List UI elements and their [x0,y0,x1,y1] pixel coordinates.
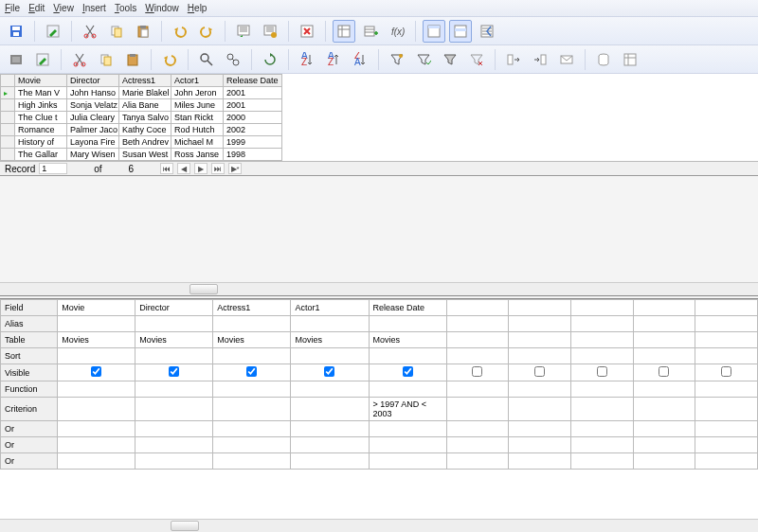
design-view-toggle[interactable] [333,20,355,43]
design-cell[interactable] [58,364,135,381]
design-cell[interactable] [633,437,695,453]
explorer-button[interactable] [619,48,641,71]
menu-file[interactable]: File [5,3,20,13]
sort-asc-button[interactable]: AZ [322,48,345,71]
design-cell[interactable] [695,332,758,348]
row-selector[interactable] [1,149,15,161]
design-cell[interactable] [213,364,291,381]
design-cell[interactable]: Movies [369,332,446,348]
design-cell[interactable] [58,398,135,421]
design-cell[interactable] [633,316,695,332]
design-cell[interactable] [135,453,213,470]
result-cell[interactable]: Palmer Jaco [67,124,119,136]
result-cell[interactable]: Kathy Coce [119,124,171,136]
design-cell[interactable] [135,398,213,421]
clear-query-button[interactable] [259,20,281,43]
apply-filter-button[interactable] [412,48,435,71]
design-cell[interactable] [695,300,758,316]
column-header[interactable]: Actor1 [171,75,224,87]
design-cell[interactable] [291,381,369,398]
design-cell[interactable] [695,316,758,332]
design-cell[interactable] [509,332,571,348]
design-cell[interactable] [695,453,758,470]
design-cell[interactable] [633,348,695,364]
mail-merge-button[interactable] [555,48,578,71]
design-cell[interactable] [58,316,135,332]
result-cell[interactable]: 2000 [224,112,282,124]
design-cell[interactable] [291,316,369,332]
visible-checkbox[interactable] [246,366,257,377]
result-cell[interactable]: 2001 [224,87,282,99]
design-cell[interactable] [369,316,446,332]
result-cell[interactable]: 1999 [224,136,282,149]
edit-button[interactable] [42,20,64,43]
design-cell[interactable] [135,421,213,437]
design-cell[interactable] [213,348,291,364]
design-cell[interactable] [570,453,633,470]
paste-2-button[interactable] [121,48,144,71]
design-cell[interactable] [570,437,633,453]
design-cell[interactable] [509,300,571,316]
menu-edit[interactable]: Edit [28,3,45,13]
visible-checkbox[interactable] [91,366,101,377]
design-cell[interactable] [509,453,571,470]
column-header[interactable]: Release Date [224,75,282,87]
design-cell[interactable] [446,348,509,364]
column-header[interactable]: Movie [15,75,67,87]
result-cell[interactable]: High Jinks [15,99,67,112]
menu-insert[interactable]: Insert [82,3,106,13]
visible-checkbox[interactable] [403,366,413,377]
design-cell[interactable] [509,348,571,364]
undo-2-button[interactable] [158,48,181,71]
design-cell[interactable] [291,453,369,470]
copy-button[interactable] [105,20,128,43]
copy-2-button[interactable] [95,48,117,71]
menu-help[interactable]: Help [188,3,208,13]
result-cell[interactable]: The Clue t [15,112,67,124]
design-cell[interactable] [695,398,758,421]
design-cell[interactable]: Movies [58,332,135,348]
design-cell[interactable] [369,421,446,437]
design-cell[interactable] [570,421,633,437]
design-cell[interactable] [570,381,633,398]
design-cell[interactable] [58,381,135,398]
design-cell[interactable] [509,364,571,381]
design-cell[interactable]: Movies [213,332,291,348]
design-cell[interactable] [58,348,135,364]
visible-checkbox[interactable] [597,366,607,377]
data-to-fields-button[interactable] [529,48,551,71]
refresh-button[interactable] [259,48,281,71]
design-cell[interactable] [446,381,509,398]
design-cell[interactable] [633,300,695,316]
data-to-text-button[interactable] [502,48,525,71]
design-cell[interactable] [369,437,446,453]
design-cell[interactable] [633,453,695,470]
design-cell[interactable]: Movies [291,332,369,348]
result-cell[interactable]: Tanya Salvo [119,112,171,124]
row-selector[interactable] [1,136,15,149]
design-cell[interactable] [695,381,758,398]
design-cell[interactable] [213,381,291,398]
design-cell[interactable] [446,332,509,348]
design-cell[interactable] [509,316,571,332]
visible-checkbox[interactable] [169,366,179,377]
result-cell[interactable]: Michael M [171,136,224,149]
design-cell[interactable] [446,437,509,453]
design-cell[interactable]: Movie [58,300,135,316]
design-cell[interactable] [58,421,135,437]
design-cell[interactable] [446,364,509,381]
add-table-button[interactable] [359,20,382,43]
row-selector[interactable] [1,87,15,99]
design-cell[interactable]: Director [135,300,213,316]
design-cell[interactable] [633,421,695,437]
standard-filter-button[interactable] [439,48,461,71]
result-cell[interactable]: John Hanso [67,87,119,99]
design-cell[interactable] [135,364,213,381]
design-cell[interactable]: Actor1 [291,300,369,316]
last-record-button[interactable]: ⏭ [211,163,225,174]
menu-tools[interactable]: Tools [115,3,136,13]
design-cell[interactable] [509,421,571,437]
visible-checkbox[interactable] [659,366,669,377]
design-cell[interactable] [695,421,758,437]
cut-2-button[interactable] [68,48,91,71]
